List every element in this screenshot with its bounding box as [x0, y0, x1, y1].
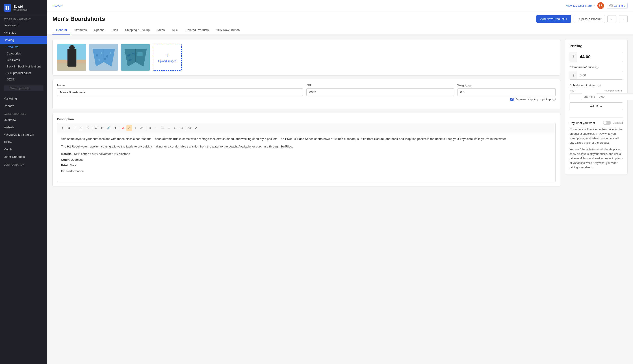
toolbar-font-color[interactable]: A: [120, 125, 126, 131]
compare-price-input[interactable]: [577, 71, 623, 79]
toolbar-source[interactable]: </>: [187, 125, 193, 131]
bulk-help-icon[interactable]: ?: [598, 84, 601, 87]
tab-buy-now[interactable]: "Buy Now" Button: [212, 26, 243, 34]
tab-seo[interactable]: SEO: [168, 26, 182, 34]
add-new-product-button[interactable]: Add New Product ▾: [536, 15, 571, 23]
toolbar-italic[interactable]: I: [72, 125, 78, 131]
toolbar-font-size[interactable]: Aa: [139, 125, 145, 131]
sidebar-item-marketing[interactable]: Marketing: [0, 95, 47, 102]
toolbar-bold[interactable]: B: [66, 125, 72, 131]
editor-body[interactable]: Add some style to your surf sessions wit…: [57, 133, 556, 182]
toolbar-numbered-list[interactable]: ≔: [166, 125, 172, 131]
sidebar-item-label: Back In Stock Notifications: [7, 65, 41, 68]
sidebar-item-label: Website: [4, 126, 14, 129]
weight-input[interactable]: [458, 88, 556, 96]
requires-shipping-checkbox[interactable]: [510, 98, 514, 101]
avatar[interactable]: SR: [597, 2, 604, 9]
description-section: Description ¶ B I U S 🖼 ⊞ 🔗 ⊟ A: [52, 113, 560, 187]
upload-images-button[interactable]: + Upload Images: [153, 44, 182, 71]
description-label: Description: [57, 118, 556, 121]
tab-files[interactable]: Files: [108, 26, 122, 34]
toolbar-underline[interactable]: U: [78, 125, 84, 131]
sidebar-item-label: Reports: [4, 104, 14, 108]
svg-point-15: [104, 58, 106, 60]
name-field-group: Name: [57, 84, 303, 101]
sku-input[interactable]: [306, 88, 454, 96]
desc-print: Print: Floral: [61, 163, 552, 168]
bulk-qty-input[interactable]: [570, 93, 582, 100]
toolbar-link[interactable]: 🔗: [106, 125, 112, 131]
back-label: BACK: [54, 4, 62, 8]
brand-name: Ecwid: [14, 5, 27, 8]
toolbar-highlight[interactable]: A: [126, 125, 132, 131]
ecwid-logo-icon: [4, 4, 11, 12]
sidebar-item-catalog[interactable]: Catalog: [0, 36, 47, 44]
name-input[interactable]: [57, 88, 303, 96]
pay-what-toggle[interactable]: [603, 121, 611, 125]
search-input[interactable]: [4, 86, 44, 91]
desc-paragraph-1: Add some style to your surf sessions wit…: [61, 136, 552, 142]
tab-attributes[interactable]: Attributes: [70, 26, 90, 34]
sidebar-item-ozon[interactable]: OZON: [0, 76, 47, 83]
shipping-help-icon[interactable]: ?: [552, 98, 556, 101]
back-button[interactable]: ‹ BACK: [52, 4, 62, 8]
tab-shipping[interactable]: Shipping & Pickup: [122, 26, 153, 34]
svg-point-13: [110, 52, 112, 54]
toolbar-indent[interactable]: ⇥: [179, 125, 184, 131]
tab-taxes[interactable]: Taxes: [153, 26, 168, 34]
tab-general[interactable]: General: [52, 26, 70, 34]
tab-related[interactable]: Related Products: [182, 26, 212, 34]
search-wrap: 🔍: [0, 84, 47, 93]
sidebar-item-dashboard[interactable]: Dashboard: [0, 22, 47, 29]
add-row-button[interactable]: Add Row: [570, 102, 623, 110]
sidebar-item-bulk-editor[interactable]: Bulk product editor: [0, 70, 47, 76]
product-main: + Upload Images Name SKU: [52, 39, 560, 360]
sku-field-group: SKU: [306, 84, 454, 101]
get-help-button[interactable]: 💬 Get Help: [607, 3, 628, 9]
bulk-price-input[interactable]: [597, 93, 633, 100]
sidebar-item-label: Catalog: [4, 38, 14, 42]
price-input[interactable]: [577, 52, 623, 62]
toolbar-hr[interactable]: —: [154, 125, 159, 131]
sidebar-item-reports[interactable]: Reports: [0, 102, 47, 110]
nav-next-button[interactable]: →: [619, 15, 628, 23]
compare-label: "Compare to" price ?: [570, 66, 623, 69]
compare-help-icon[interactable]: ?: [595, 66, 598, 69]
chat-icon: 💬: [609, 4, 613, 8]
sidebar-item-gift-cards[interactable]: Gift Cards: [0, 57, 47, 63]
product-image-1[interactable]: [57, 44, 86, 71]
toolbar-fullscreen[interactable]: ⤢: [193, 125, 199, 131]
toolbar-gallery[interactable]: ⊞: [99, 125, 105, 131]
sidebar-item-overview[interactable]: Overview: [0, 116, 47, 124]
tab-options[interactable]: Options: [90, 26, 108, 34]
sidebar-item-other-channels[interactable]: Other Channels: [0, 153, 47, 160]
sidebar-item-website[interactable]: Website: [0, 124, 47, 131]
sidebar-item-tiktok[interactable]: TikTok: [0, 138, 47, 146]
toolbar-outdent[interactable]: ⇤: [172, 125, 178, 131]
toolbar-align-left[interactable]: ≡: [147, 125, 153, 131]
sidebar-item-label: Other Channels: [4, 155, 25, 158]
toolbar-sep-2: [119, 126, 119, 130]
toolbar-line-height[interactable]: ↕: [133, 125, 138, 131]
view-store-link[interactable]: View My Cool Store ↗: [566, 4, 595, 8]
svg-rect-0: [6, 6, 8, 8]
toolbar-bullet-list[interactable]: ☰: [160, 125, 166, 131]
sidebar-item-products[interactable]: Products: [0, 44, 47, 50]
price-input-row: $: [570, 52, 623, 62]
sidebar-item-label: Dashboard: [4, 24, 18, 27]
toolbar-sep-3: [146, 126, 146, 130]
toolbar-table[interactable]: ⊟: [112, 125, 118, 131]
sidebar-item-back-in-stock[interactable]: Back In Stock Notifications: [0, 63, 47, 70]
sidebar-item-facebook-instagram[interactable]: Facebook & Instagram: [0, 131, 47, 138]
toolbar-paragraph[interactable]: ¶: [60, 125, 66, 131]
product-image-3[interactable]: [121, 44, 150, 71]
toolbar-strikethrough[interactable]: S: [85, 125, 90, 131]
svg-rect-2: [6, 8, 8, 10]
nav-prev-button[interactable]: ←: [608, 15, 616, 23]
sidebar-item-mobile[interactable]: Mobile: [0, 146, 47, 153]
sidebar-item-my-sales[interactable]: My Sales: [0, 29, 47, 36]
sidebar-item-categories[interactable]: Categories: [0, 50, 47, 57]
toolbar-image[interactable]: 🖼: [93, 125, 99, 131]
product-image-2[interactable]: [89, 44, 118, 71]
duplicate-product-button[interactable]: Duplicate Product: [574, 15, 605, 23]
